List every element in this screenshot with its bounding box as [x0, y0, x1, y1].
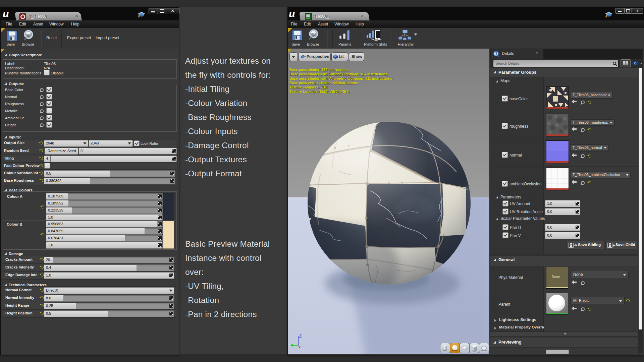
- svg-text:Z: Z: [299, 334, 302, 339]
- svg-text:x: x: [299, 345, 301, 349]
